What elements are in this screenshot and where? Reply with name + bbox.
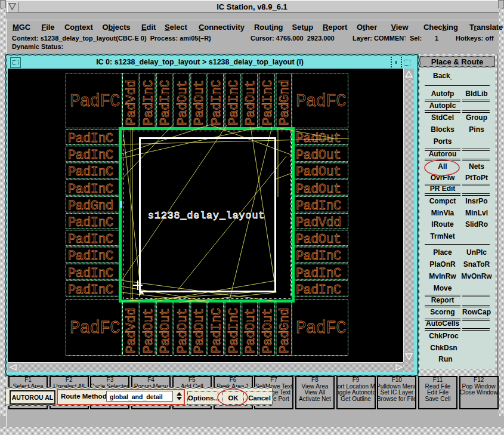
svg-text:PadInC: PadInC [68,131,113,146]
svg-text:PadInC: PadInC [227,308,242,353]
svg-text:PadOut: PadOut [243,80,258,125]
svg-text:PadFC: PadFC [296,319,346,338]
svg-text:PadInC: PadInC [68,148,113,163]
svg-text:PadInC: PadInC [261,80,276,125]
svg-text:PadInC: PadInC [227,80,242,125]
svg-text:PadInC: PadInC [296,249,341,264]
svg-text:PadFC: PadFC [70,92,120,112]
svg-text:PadInC: PadInC [296,266,341,281]
svg-text:PadOut: PadOut [192,308,207,353]
svg-text:PadOut: PadOut [296,232,341,247]
svg-text:PadInC: PadInC [209,80,224,125]
svg-text:PadOut: PadOut [175,308,190,353]
svg-text:PadOut: PadOut [141,308,156,353]
svg-text:PadInC: PadInC [68,232,113,247]
svg-text:PadInC: PadInC [296,283,341,298]
svg-text:PadVdd: PadVdd [124,308,139,353]
svg-text:PadInC: PadInC [68,215,113,230]
svg-text:PadOut: PadOut [158,308,173,353]
svg-text:PadOut: PadOut [296,148,341,163]
svg-text:PadInC: PadInC [68,266,113,281]
svg-text:PadGnd: PadGnd [68,199,113,214]
svg-text:PadInC: PadInC [68,249,113,264]
svg-text:PadInC: PadInC [158,80,173,125]
svg-text:PadVdd: PadVdd [124,80,139,125]
svg-text:PadVdd: PadVdd [296,215,341,230]
svg-text:PadGnd: PadGnd [277,80,292,125]
svg-text:PadGnd: PadGnd [277,308,292,353]
svg-text:PadOut: PadOut [296,165,341,180]
svg-text:PadInC: PadInC [68,283,113,298]
svg-text:PadInC: PadInC [141,80,156,125]
svg-text:PadInC: PadInC [209,308,224,353]
svg-text:PadInC: PadInC [68,182,113,197]
svg-text:PadOut: PadOut [175,80,190,125]
svg-text:s1238_delay_layout: s1238_delay_layout [148,210,265,221]
svg-text:PadOut: PadOut [243,308,258,353]
svg-text:PadInC: PadInC [68,165,113,180]
svg-text:PadInC: PadInC [296,199,341,214]
svg-text:PadOut: PadOut [192,80,207,125]
svg-text:PadOut: PadOut [296,182,341,197]
svg-text:PadFC: PadFC [70,319,120,338]
svg-text:PadFC: PadFC [296,92,346,112]
svg-text:PadOut: PadOut [261,308,276,353]
